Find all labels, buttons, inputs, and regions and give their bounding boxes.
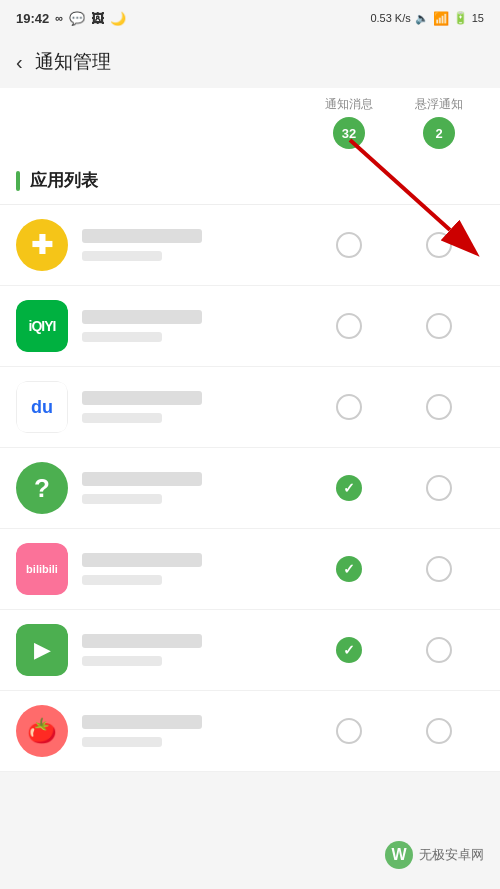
app-desc-blur <box>82 737 162 747</box>
icon-360-img: ✚ <box>16 219 68 271</box>
notify-radio-checked[interactable] <box>336 556 362 582</box>
watermark-site-name: 无极安卓网 <box>419 846 484 864</box>
page-title: 通知管理 <box>35 49 111 75</box>
table-row: du <box>0 367 500 448</box>
float-toggle-cell[interactable] <box>394 556 484 582</box>
app-name-blur <box>82 391 202 405</box>
icon-video-img: ▶ <box>16 624 68 676</box>
notify-radio[interactable] <box>336 718 362 744</box>
app-name-blur <box>82 229 202 243</box>
column-header-row: 通知消息 32 悬浮通知 2 <box>0 88 500 157</box>
app-info <box>82 310 304 342</box>
icon-bilibili-img: bilibili <box>16 543 68 595</box>
battery-level: 15 <box>472 12 484 24</box>
app-name-blur <box>82 310 202 324</box>
app-desc-blur <box>82 494 162 504</box>
notify-count-badge: 32 <box>333 117 365 149</box>
app-info <box>82 391 304 423</box>
app-icon-question: ? <box>16 462 68 514</box>
network-icon: ∞ <box>55 12 63 24</box>
time-label: 19:42 <box>16 11 49 26</box>
float-radio[interactable] <box>426 394 452 420</box>
battery-icon: 🔋 <box>453 11 468 25</box>
float-toggle-cell[interactable] <box>394 394 484 420</box>
notify-radio[interactable] <box>336 313 362 339</box>
speed-label: 0.53 K/s <box>370 12 410 24</box>
app-name-blur <box>82 715 202 729</box>
app-desc-blur <box>82 413 162 423</box>
message-icon: 💬 <box>69 11 85 26</box>
notify-toggle-cell[interactable] <box>304 394 394 420</box>
app-desc-blur <box>82 575 162 585</box>
app-info <box>82 634 304 666</box>
app-info <box>82 715 304 747</box>
float-radio[interactable] <box>426 313 452 339</box>
back-button[interactable]: ‹ <box>16 51 23 74</box>
app-icon-video: ▶ <box>16 624 68 676</box>
table-row: ? <box>0 448 500 529</box>
icon-question-img: ? <box>16 462 68 514</box>
float-toggle-cell[interactable] <box>394 718 484 744</box>
section-header: 应用列表 <box>0 157 500 205</box>
notify-toggle-cell[interactable] <box>304 313 394 339</box>
icon-plus: ✚ <box>31 230 53 261</box>
app-icon-baidu: du <box>16 381 68 433</box>
notify-toggle-cell[interactable] <box>304 556 394 582</box>
table-row: ▶ <box>0 610 500 691</box>
app-name-blur <box>82 634 202 648</box>
app-name-blur <box>82 472 202 486</box>
notify-toggle-cell[interactable] <box>304 475 394 501</box>
app-info <box>82 472 304 504</box>
status-time: 19:42 ∞ 💬 🖼 🌙 <box>16 11 126 26</box>
header: ‹ 通知管理 <box>0 36 500 88</box>
watermark: W 无极安卓网 <box>385 841 484 869</box>
notify-radio-checked[interactable] <box>336 637 362 663</box>
watermark-logo-text: W <box>391 846 406 864</box>
app-icon-tomato: 🍅 <box>16 705 68 757</box>
float-count-badge: 2 <box>423 117 455 149</box>
table-row: iQIYI <box>0 286 500 367</box>
main-content: 通知消息 32 悬浮通知 2 应用列表 ✚ <box>0 88 500 772</box>
status-right: 0.53 K/s 🔈 📶 🔋 15 <box>370 11 484 26</box>
icon-iqiyi-img: iQIYI <box>16 300 68 352</box>
app-desc-blur <box>82 332 162 342</box>
float-column-header: 悬浮通知 2 <box>394 96 484 149</box>
float-radio[interactable] <box>426 637 452 663</box>
table-row: ✚ <box>0 205 500 286</box>
float-radio[interactable] <box>426 475 452 501</box>
notify-toggle-cell[interactable] <box>304 637 394 663</box>
app-icon-360: ✚ <box>16 219 68 271</box>
notify-radio[interactable] <box>336 394 362 420</box>
table-row: bilibili <box>0 529 500 610</box>
float-toggle-cell[interactable] <box>394 475 484 501</box>
notify-label: 通知消息 <box>325 96 373 113</box>
notify-radio-checked[interactable] <box>336 475 362 501</box>
notify-radio[interactable] <box>336 232 362 258</box>
float-toggle-cell[interactable] <box>394 232 484 258</box>
app-desc-blur <box>82 251 162 261</box>
app-info <box>82 229 304 261</box>
float-toggle-cell[interactable] <box>394 313 484 339</box>
status-bar: 19:42 ∞ 💬 🖼 🌙 0.53 K/s 🔈 📶 🔋 15 <box>0 0 500 36</box>
float-label: 悬浮通知 <box>415 96 463 113</box>
app-info <box>82 553 304 585</box>
notify-toggle-cell[interactable] <box>304 718 394 744</box>
app-list: ✚ iQIYI <box>0 205 500 772</box>
float-radio[interactable] <box>426 556 452 582</box>
app-icon-iqiyi: iQIYI <box>16 300 68 352</box>
notify-column-header: 通知消息 32 <box>304 96 394 149</box>
icon-tomato-img: 🍅 <box>16 705 68 757</box>
float-radio[interactable] <box>426 232 452 258</box>
app-name-blur <box>82 553 202 567</box>
baidu-du-text: du <box>31 397 53 418</box>
float-radio[interactable] <box>426 718 452 744</box>
image-icon: 🖼 <box>91 11 104 26</box>
watermark-logo: W <box>385 841 413 869</box>
notify-toggle-cell[interactable] <box>304 232 394 258</box>
volume-icon: 🔈 <box>415 12 429 25</box>
table-row: 🍅 <box>0 691 500 772</box>
icon-baidu-img: du <box>16 381 68 433</box>
float-toggle-cell[interactable] <box>394 637 484 663</box>
app-desc-blur <box>82 656 162 666</box>
app-icon-bilibili: bilibili <box>16 543 68 595</box>
